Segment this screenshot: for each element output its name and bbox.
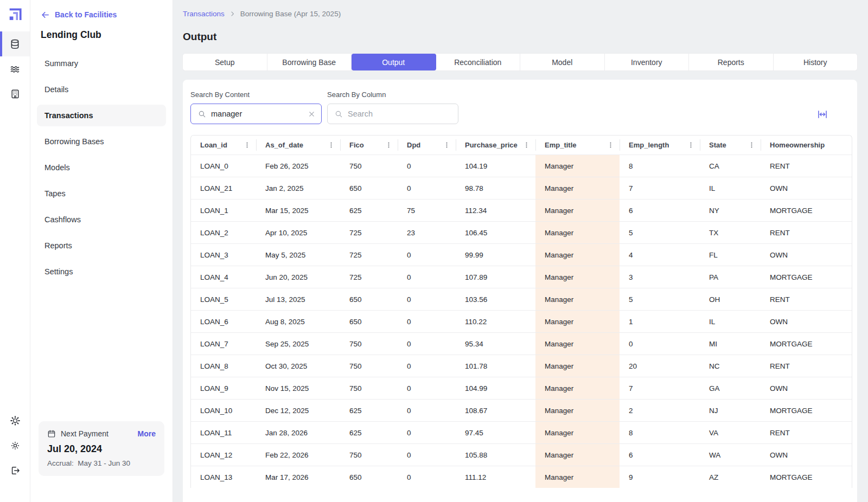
clear-search-icon[interactable] [308, 110, 316, 118]
back-to-facilities-link[interactable]: Back to Facilities [30, 10, 173, 20]
rail-item-database[interactable] [0, 31, 30, 56]
sidebar-item-label: Settings [44, 267, 73, 276]
breadcrumb-current: Borrowing Base (Apr 15, 2025) [240, 10, 341, 18]
column-menu-icon[interactable] [327, 140, 336, 150]
table-row[interactable]: LOAN_0Feb 26, 20257500104.19Manager8CARE… [191, 155, 852, 177]
column-menu-icon[interactable] [384, 140, 393, 150]
facility-nav: SummaryDetailsTransactionsBorrowing Base… [30, 53, 173, 287]
cell-as-of-date: Nov 15, 2025 [256, 377, 340, 399]
search-icon [197, 110, 207, 119]
cell-loan-id: LOAN_12 [191, 444, 256, 466]
tab-borrowing-base[interactable]: Borrowing Base [267, 54, 352, 70]
cell-state: NY [700, 199, 761, 221]
table-row[interactable]: LOAN_1Mar 15, 202562575112.34Manager6NYM… [191, 199, 852, 221]
cell-emp-title: Manager [535, 422, 620, 443]
table-row[interactable]: LOAN_2Apr 10, 202572523106.45Manager5TXR… [191, 221, 852, 243]
cell-emp-title: Manager [535, 311, 620, 332]
cell-emp-length: 6 [620, 199, 700, 221]
cell-purchase-price: 97.45 [456, 422, 535, 443]
more-link[interactable]: More [138, 429, 156, 438]
tab-history[interactable]: History [774, 54, 858, 70]
tab-reports[interactable]: Reports [689, 54, 774, 70]
sidebar-item-label: Cashflows [44, 215, 81, 224]
table-row[interactable]: LOAN_21Jan 2, 2025650098.78Manager7ILOWN [191, 177, 852, 199]
sidebar-item-tapes[interactable]: Tapes [37, 183, 166, 204]
table-row[interactable]: LOAN_5Jul 13, 20256500103.56Manager5OHRE… [191, 288, 852, 310]
rail-item-building[interactable] [0, 81, 30, 106]
column-menu-icon[interactable] [747, 140, 756, 150]
sidebar-item-transactions[interactable]: Transactions [37, 105, 166, 126]
cell-state: CA [700, 155, 761, 177]
tab-reconciliation[interactable]: Reconciliation [436, 54, 521, 70]
cell-fico: 725 [340, 222, 398, 243]
tab-inventory[interactable]: Inventory [605, 54, 690, 70]
output-card: Search By Content Search By Column [183, 80, 857, 502]
cell-fico: 625 [340, 400, 398, 421]
cell-state: NC [700, 355, 761, 377]
column-menu-icon[interactable] [442, 140, 451, 150]
tab-setup[interactable]: Setup [183, 54, 267, 70]
table-row[interactable]: LOAN_13Mar 17, 20266500111.12Manager9AZM… [191, 466, 852, 488]
cell-homeownership: RENT [761, 288, 852, 310]
table-filters: Search By Content Search By Column [190, 91, 850, 124]
search-by-content-input[interactable] [211, 110, 303, 118]
building-icon [10, 88, 21, 99]
table-row[interactable]: LOAN_6Aug 8, 20256500110.22Manager1ILOWN [191, 310, 852, 332]
cell-emp-length: 5 [620, 288, 700, 310]
table-row[interactable]: LOAN_12Feb 22, 20267500105.88Manager6WAO… [191, 443, 852, 466]
rail-item-waves[interactable] [0, 56, 30, 81]
cell-emp-title: Manager [535, 199, 620, 221]
column-header-label: Homeownership [770, 141, 825, 149]
cell-purchase-price: 99.99 [456, 244, 535, 266]
cell-purchase-price: 95.34 [456, 333, 535, 355]
cell-fico: 650 [340, 288, 398, 310]
tab-model[interactable]: Model [520, 54, 605, 70]
sidebar-item-models[interactable]: Models [37, 157, 166, 178]
rail-item-logout[interactable] [0, 458, 30, 483]
column-header-emp-length: Emp_length [620, 136, 700, 155]
cell-homeownership: MORTGAGE [761, 466, 852, 488]
sidebar-item-cashflows[interactable]: Cashflows [37, 209, 166, 230]
column-menu-icon[interactable] [522, 140, 531, 150]
sidebar-item-borrowing-bases[interactable]: Borrowing Bases [37, 131, 166, 152]
cell-as-of-date: Jul 13, 2025 [256, 288, 340, 310]
tab-label: Model [552, 58, 572, 67]
column-header-label: Dpd [407, 141, 420, 149]
cell-state: NJ [700, 400, 761, 421]
icon-rail [0, 0, 30, 502]
output-table: Loan_idAs_of_dateFicoDpdPurchase_priceEm… [190, 135, 852, 488]
cell-dpd: 0 [398, 422, 456, 443]
cell-dpd: 0 [398, 400, 456, 421]
column-header-label: State [709, 141, 726, 149]
cell-dpd: 0 [398, 244, 456, 266]
column-header-emp-title: Emp_title [535, 136, 620, 155]
table-row[interactable]: LOAN_7Sep 25, 2025750095.34Manager0MIMOR… [191, 332, 852, 355]
column-resize-icon[interactable] [817, 109, 828, 120]
tab-output[interactable]: Output [352, 54, 436, 70]
column-menu-icon[interactable] [242, 140, 252, 150]
column-menu-icon[interactable] [606, 140, 615, 150]
rail-item-settings-gear[interactable] [0, 408, 30, 433]
sidebar-item-details[interactable]: Details [37, 79, 166, 100]
table-row[interactable]: LOAN_4Jun 20, 20257250107.89Manager3PAMO… [191, 266, 852, 288]
rail-item-theme-sun[interactable] [0, 433, 30, 458]
cell-homeownership: RENT [761, 355, 852, 377]
search-by-column-input[interactable] [348, 110, 452, 118]
table-row[interactable]: LOAN_3May 5, 2025725099.99Manager4FLOWN [191, 243, 852, 266]
sidebar-item-settings[interactable]: Settings [37, 261, 166, 282]
cell-dpd: 0 [398, 466, 456, 488]
tab-label: Borrowing Base [282, 58, 336, 67]
table-row[interactable]: LOAN_11Jan 28, 2026625097.45Manager8VARE… [191, 421, 852, 443]
app-logo[interactable] [8, 7, 22, 21]
column-menu-icon[interactable] [686, 140, 695, 150]
table-row[interactable]: LOAN_8Oct 30, 20257500101.78Manager20NCR… [191, 355, 852, 377]
cell-dpd: 0 [398, 311, 456, 332]
table-row[interactable]: LOAN_10Dec 12, 20256250108.67Manager2NJM… [191, 399, 852, 421]
breadcrumb-transactions-link[interactable]: Transactions [183, 10, 225, 18]
sidebar-item-reports[interactable]: Reports [37, 235, 166, 256]
sidebar-item-summary[interactable]: Summary [37, 53, 166, 74]
cell-dpd: 0 [398, 444, 456, 466]
cell-purchase-price: 112.34 [456, 199, 535, 221]
cell-homeownership: MORTGAGE [761, 199, 852, 221]
table-row[interactable]: LOAN_9Nov 15, 20257500104.99Manager7GAOW… [191, 377, 852, 399]
